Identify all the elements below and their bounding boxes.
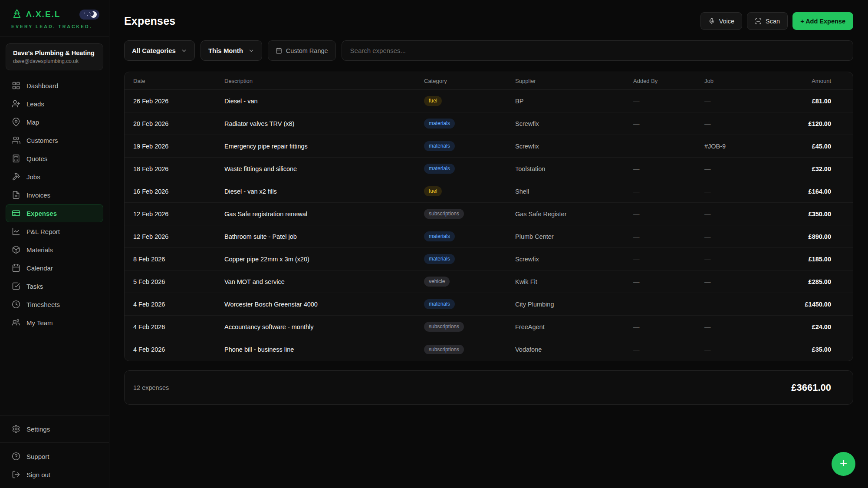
expense-job: — bbox=[704, 278, 764, 285]
sidebar-item-sign-out[interactable]: Sign out bbox=[6, 465, 103, 484]
sidebar-item-map[interactable]: Map bbox=[6, 113, 103, 131]
expense-category-cell: materials bbox=[424, 254, 515, 264]
user-card[interactable]: Dave's Plumbing & Heating dave@davesplum… bbox=[6, 43, 103, 70]
sidebar-item-tasks[interactable]: Tasks bbox=[6, 277, 103, 295]
scan-button[interactable]: Scan bbox=[747, 12, 788, 30]
category-badge: subscriptions bbox=[424, 209, 464, 218]
sidebar-item-quotes[interactable]: Quotes bbox=[6, 149, 103, 168]
custom-range-button[interactable]: Custom Range bbox=[268, 40, 336, 61]
column-header-description: Description bbox=[224, 78, 424, 84]
user-name: Dave's Plumbing & Heating bbox=[13, 49, 96, 56]
expense-date: 20 Feb 2026 bbox=[133, 120, 224, 127]
category-badge: materials bbox=[424, 231, 455, 241]
calendar-icon bbox=[276, 47, 282, 54]
category-badge: materials bbox=[424, 164, 455, 173]
sidebar-footer-nav: SupportSign out bbox=[0, 443, 109, 488]
sidebar: Λ.X.E.L EVERY LEAD. TRACKED. Dave's Plum… bbox=[0, 0, 109, 488]
expense-added-by: — bbox=[633, 211, 704, 218]
table-header-row: DateDescriptionCategorySupplierAdded ByJ… bbox=[125, 72, 853, 90]
expense-job: — bbox=[704, 98, 764, 105]
table-row[interactable]: 20 Feb 2026Radiator valves TRV (x8)mater… bbox=[125, 112, 853, 135]
table-row[interactable]: 5 Feb 2026Van MOT and servicevehicleKwik… bbox=[125, 270, 853, 293]
chart-line-icon bbox=[12, 227, 20, 236]
table-row[interactable]: 4 Feb 2026Worcester Bosch Greenstar 4000… bbox=[125, 293, 853, 316]
sidebar-item-settings[interactable]: Settings bbox=[6, 420, 103, 438]
expense-supplier: Kwik Fit bbox=[515, 278, 633, 285]
expense-job: — bbox=[704, 120, 764, 127]
sidebar-item-expenses[interactable]: Expenses bbox=[6, 204, 103, 222]
grid-icon bbox=[12, 81, 20, 90]
axel-tree-logo-icon bbox=[11, 9, 23, 20]
gear-icon bbox=[12, 425, 20, 433]
column-header-job: Job bbox=[704, 78, 764, 84]
expense-date: 12 Feb 2026 bbox=[133, 233, 224, 240]
period-filter-value: This Month bbox=[208, 47, 243, 54]
sidebar-item-invoices[interactable]: Invoices bbox=[6, 186, 103, 204]
table-row[interactable]: 16 Feb 2026Diesel - van x2 fillsfuelShel… bbox=[125, 180, 853, 203]
sidebar-item-label: Calendar bbox=[26, 264, 53, 272]
theme-toggle[interactable] bbox=[79, 10, 99, 20]
voice-button[interactable]: Voice bbox=[700, 12, 742, 30]
category-filter-value: All Categories bbox=[132, 47, 176, 54]
sidebar-item-my-team[interactable]: My Team bbox=[6, 313, 103, 332]
search-input[interactable] bbox=[342, 40, 853, 61]
expense-category-cell: materials bbox=[424, 119, 515, 128]
category-filter-dropdown[interactable]: All Categories bbox=[124, 40, 195, 61]
sidebar-item-support[interactable]: Support bbox=[6, 447, 103, 465]
user-email: dave@davesplumbing.co.uk bbox=[13, 58, 96, 64]
expense-category-cell: subscriptions bbox=[424, 322, 515, 331]
expense-date: 4 Feb 2026 bbox=[133, 301, 224, 308]
microphone-icon bbox=[708, 18, 715, 25]
table-row[interactable]: 18 Feb 2026Waste fittings and siliconema… bbox=[125, 158, 853, 180]
sidebar-item-label: Quotes bbox=[26, 155, 47, 162]
sidebar-item-jobs[interactable]: Jobs bbox=[6, 168, 103, 186]
chevron-down-icon bbox=[181, 48, 187, 54]
tagline: EVERY LEAD. TRACKED. bbox=[11, 24, 99, 29]
table-row[interactable]: 4 Feb 2026Phone bill - business linesubs… bbox=[125, 338, 853, 361]
table-row[interactable]: 26 Feb 2026Diesel - vanfuelBP——£81.00 bbox=[125, 90, 853, 112]
sidebar-item-materials[interactable]: Materials bbox=[6, 241, 103, 259]
expense-date: 5 Feb 2026 bbox=[133, 278, 224, 285]
expense-description: Copper pipe 22mm x 3m (x20) bbox=[224, 256, 424, 263]
category-badge: subscriptions bbox=[424, 322, 464, 331]
expense-category-cell: materials bbox=[424, 164, 515, 173]
expense-category-cell: fuel bbox=[424, 186, 515, 196]
expense-supplier: Screwfix bbox=[515, 256, 633, 263]
table-row[interactable]: 12 Feb 2026Gas Safe registration renewal… bbox=[125, 203, 853, 225]
expense-added-by: — bbox=[633, 120, 704, 127]
expense-date: 18 Feb 2026 bbox=[133, 165, 224, 172]
sidebar-item-calendar[interactable]: Calendar bbox=[6, 259, 103, 277]
sidebar-item-p-l-report[interactable]: P&L Report bbox=[6, 222, 103, 241]
period-filter-dropdown[interactable]: This Month bbox=[201, 40, 262, 61]
expense-description: Van MOT and service bbox=[224, 278, 424, 285]
team-icon bbox=[12, 318, 20, 327]
fab-add-button[interactable]: + bbox=[832, 452, 855, 476]
table-row[interactable]: 19 Feb 2026Emergency pipe repair fitting… bbox=[125, 135, 853, 158]
sidebar-item-timesheets[interactable]: Timesheets bbox=[6, 295, 103, 313]
page-header: Expenses Voice Scan bbox=[124, 12, 853, 30]
expense-description: Accountancy software - monthly bbox=[224, 323, 424, 330]
expense-supplier: City Plumbing bbox=[515, 301, 633, 308]
sidebar-item-dashboard[interactable]: Dashboard bbox=[6, 76, 103, 95]
table-row[interactable]: 4 Feb 2026Accountancy software - monthly… bbox=[125, 316, 853, 338]
expense-added-by: — bbox=[633, 256, 704, 263]
expense-added-by: — bbox=[633, 165, 704, 172]
expense-added-by: — bbox=[633, 98, 704, 105]
scan-button-label: Scan bbox=[766, 18, 780, 25]
sidebar-item-label: Materials bbox=[26, 246, 53, 254]
sidebar-item-label: Jobs bbox=[26, 173, 40, 181]
logo-text: Λ.X.E.L bbox=[26, 10, 60, 19]
sidebar-item-customers[interactable]: Customers bbox=[6, 131, 103, 149]
expense-job: — bbox=[704, 323, 764, 330]
category-badge: subscriptions bbox=[424, 345, 464, 354]
expense-date: 8 Feb 2026 bbox=[133, 256, 224, 263]
expense-description: Phone bill - business line bbox=[224, 346, 424, 353]
main-content: Expenses Voice Scan bbox=[109, 0, 868, 488]
calculator-icon bbox=[12, 154, 20, 163]
table-row[interactable]: 8 Feb 2026Copper pipe 22mm x 3m (x20)mat… bbox=[125, 248, 853, 270]
column-header-supplier: Supplier bbox=[515, 78, 633, 84]
table-row[interactable]: 12 Feb 2026Bathroom suite - Patel jobmat… bbox=[125, 225, 853, 248]
sidebar-item-leads[interactable]: Leads bbox=[6, 95, 103, 113]
add-expense-button[interactable]: + Add Expense bbox=[792, 12, 853, 30]
check-square-icon bbox=[12, 282, 20, 290]
